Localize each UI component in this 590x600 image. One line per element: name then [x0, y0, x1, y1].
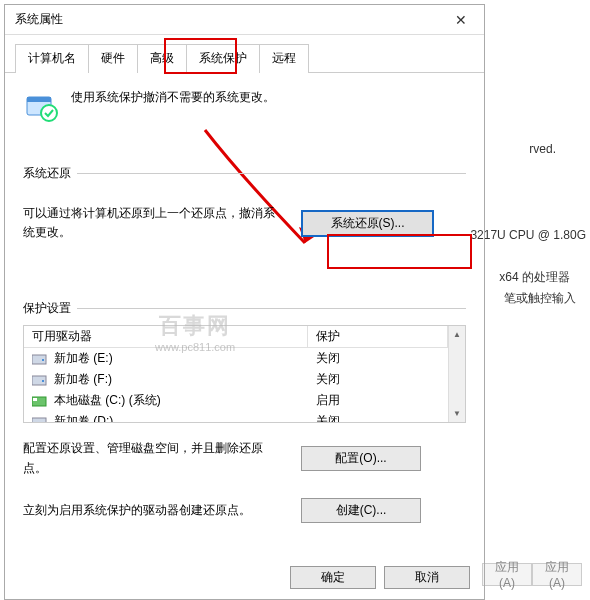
drive-icon [32, 353, 48, 365]
scroll-up-icon[interactable]: ▲ [449, 326, 465, 343]
intro-row: 使用系统保护撤消不需要的系统更改。 [23, 89, 466, 125]
system-protection-icon [23, 89, 59, 125]
tab-content: 使用系统保护撤消不需要的系统更改。 系统还原 可以通过将计算机还原到上一个还原点… [5, 73, 484, 539]
section-protection-label: 保护设置 [23, 300, 466, 317]
configure-row: 配置还原设置、管理磁盘空间，并且删除还原点。 配置(O)... [23, 439, 466, 477]
dialog-title: 系统属性 [5, 11, 438, 28]
system-properties-dialog: 系统属性 ✕ 计算机名 硬件 高级 系统保护 远程 使用系统保护撤消不需要的系统… [4, 4, 485, 600]
drive-protect-status: 关闭 [308, 350, 448, 367]
drive-icon [32, 416, 48, 424]
close-icon: ✕ [455, 12, 467, 28]
bg-cpu-text: 3217U CPU @ 1.80G [470, 228, 586, 242]
drive-protect-status: 关闭 [308, 371, 448, 388]
drive-protect-status: 关闭 [308, 413, 448, 423]
tab-strip: 计算机名 硬件 高级 系统保护 远程 [5, 35, 484, 73]
drive-name: 本地磁盘 (C:) (系统) [54, 392, 161, 409]
svg-rect-1 [27, 97, 51, 102]
restore-row: 可以通过将计算机还原到上一个还原点，撤消系统更改。 系统还原(S)... [23, 204, 466, 242]
bg-apply-button-1[interactable]: 应用(A) [482, 563, 532, 586]
create-button[interactable]: 创建(C)... [301, 498, 421, 523]
bg-rights-text: rved. [529, 142, 556, 156]
tab-computer-name[interactable]: 计算机名 [15, 44, 89, 73]
bg-apply-button-2[interactable]: 应用(A) [532, 563, 582, 586]
svg-rect-8 [33, 398, 37, 401]
svg-rect-6 [42, 380, 44, 382]
close-button[interactable]: ✕ [438, 5, 484, 35]
drive-row[interactable]: 新加卷 (F:)关闭 [24, 369, 448, 390]
drive-protect-status: 启用 [308, 392, 448, 409]
tab-hardware[interactable]: 硬件 [88, 44, 138, 73]
restore-text: 可以通过将计算机还原到上一个还原点，撤消系统更改。 [23, 204, 283, 242]
drives-list: 可用驱动器 保护 新加卷 (E:)关闭新加卷 (F:)关闭本地磁盘 (C:) (… [23, 325, 466, 423]
system-restore-button[interactable]: 系统还原(S)... [301, 210, 434, 237]
configure-text: 配置还原设置、管理磁盘空间，并且删除还原点。 [23, 439, 283, 477]
ok-button[interactable]: 确定 [290, 566, 376, 589]
drive-name: 新加卷 (E:) [54, 350, 113, 367]
create-row: 立刻为启用系统保护的驱动器创建还原点。 创建(C)... [23, 498, 466, 523]
svg-rect-4 [42, 359, 44, 361]
svg-rect-9 [32, 418, 46, 424]
col-header-protect[interactable]: 保护 [308, 326, 448, 347]
create-text: 立刻为启用系统保护的驱动器创建还原点。 [23, 501, 283, 520]
svg-point-2 [41, 105, 57, 121]
intro-text: 使用系统保护撤消不需要的系统更改。 [71, 89, 275, 106]
scroll-down-icon[interactable]: ▼ [449, 405, 465, 422]
tab-system-protection[interactable]: 系统保护 [186, 44, 260, 73]
bg-apply-buttons: 应用(A) 应用(A) [482, 563, 582, 586]
cancel-button[interactable]: 取消 [384, 566, 470, 589]
dialog-buttons: 确定 取消 [290, 566, 470, 589]
drive-icon [32, 374, 48, 386]
drives-header: 可用驱动器 保护 [24, 326, 448, 348]
bg-input-text: 笔或触控输入 [504, 290, 576, 307]
drive-name: 新加卷 (F:) [54, 371, 112, 388]
titlebar: 系统属性 ✕ [5, 5, 484, 35]
col-header-drive[interactable]: 可用驱动器 [24, 326, 308, 347]
configure-button[interactable]: 配置(O)... [301, 446, 421, 471]
tab-remote[interactable]: 远程 [259, 44, 309, 73]
bg-arch-text: x64 的处理器 [499, 269, 570, 286]
drive-row[interactable]: 新加卷 (D:)关闭 [24, 411, 448, 423]
drives-scrollbar[interactable]: ▲ ▼ [448, 326, 465, 422]
drive-icon [32, 395, 48, 407]
drive-name: 新加卷 (D:) [54, 413, 113, 423]
drive-row[interactable]: 本地磁盘 (C:) (系统)启用 [24, 390, 448, 411]
section-restore-label: 系统还原 [23, 165, 466, 182]
tab-advanced[interactable]: 高级 [137, 44, 187, 73]
svg-rect-10 [42, 422, 44, 424]
drive-row[interactable]: 新加卷 (E:)关闭 [24, 348, 448, 369]
